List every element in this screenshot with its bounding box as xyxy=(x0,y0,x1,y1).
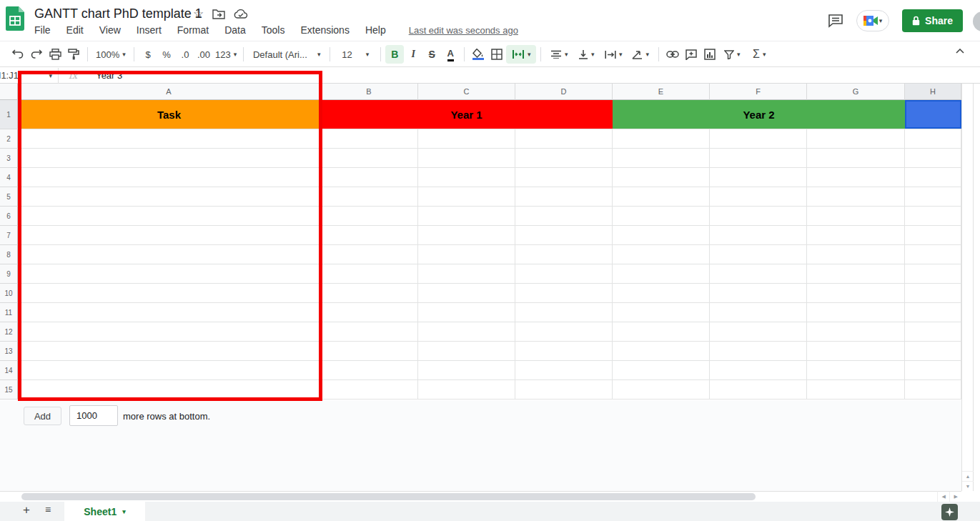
format-percent-button[interactable]: % xyxy=(157,45,176,64)
column-header-g[interactable]: G xyxy=(807,84,905,100)
explore-button[interactable] xyxy=(941,504,958,520)
grid-cell[interactable] xyxy=(515,264,613,284)
grid-cell[interactable] xyxy=(320,245,418,264)
bold-button[interactable]: B xyxy=(385,45,404,64)
grid-cell[interactable] xyxy=(613,322,710,342)
grid-cell[interactable] xyxy=(807,380,905,400)
grid-cell[interactable] xyxy=(613,226,710,245)
grid-cell[interactable] xyxy=(18,303,320,322)
grid-cell[interactable] xyxy=(18,361,320,380)
grid-cell[interactable] xyxy=(320,187,418,207)
grid-cell[interactable] xyxy=(710,226,807,245)
row-header-7[interactable]: 7 xyxy=(0,226,18,245)
meet-button[interactable]: ▾ xyxy=(856,10,889,31)
menu-tools[interactable]: Tools xyxy=(262,24,285,36)
grid-cell[interactable] xyxy=(613,380,710,400)
insert-chart-button[interactable] xyxy=(701,45,719,64)
grid-cell[interactable] xyxy=(710,207,807,226)
column-header-a[interactable]: A xyxy=(18,84,320,100)
grid-cell[interactable] xyxy=(807,245,905,264)
grid-cell[interactable] xyxy=(905,303,961,322)
grid-cell[interactable] xyxy=(613,264,710,284)
grid-cell[interactable] xyxy=(807,226,905,245)
grid-cell[interactable] xyxy=(807,149,905,168)
grid-cell[interactable] xyxy=(905,168,961,187)
fill-color-button[interactable] xyxy=(469,45,487,64)
grid-cell[interactable] xyxy=(515,207,613,226)
grid-cell[interactable] xyxy=(320,226,418,245)
menu-extensions[interactable]: Extensions xyxy=(300,24,349,36)
column-header-e[interactable]: E xyxy=(613,84,710,100)
grid-cell[interactable] xyxy=(613,129,710,149)
row-header-15[interactable]: 15 xyxy=(0,380,18,400)
grid-cell[interactable] xyxy=(515,342,613,361)
grid-cell[interactable] xyxy=(320,207,418,226)
grid-cell[interactable] xyxy=(515,226,613,245)
grid-cell[interactable] xyxy=(710,264,807,284)
menu-file[interactable]: File xyxy=(34,24,51,36)
grid-cell[interactable] xyxy=(418,168,515,187)
strikethrough-button[interactable]: S xyxy=(422,45,441,64)
grid-cell[interactable] xyxy=(613,361,710,380)
grid-cell[interactable] xyxy=(320,342,418,361)
grid-cell[interactable] xyxy=(807,264,905,284)
menu-data[interactable]: Data xyxy=(224,24,246,36)
grid-cell[interactable] xyxy=(18,129,320,149)
grid-cell[interactable] xyxy=(320,168,418,187)
grid-cell[interactable] xyxy=(613,149,710,168)
grid-cell[interactable] xyxy=(710,380,807,400)
grid-cell[interactable] xyxy=(18,264,320,284)
tab-sheet1[interactable]: Sheet1 ▾ xyxy=(64,502,145,521)
grid-cell[interactable] xyxy=(515,380,613,400)
grid-cell[interactable] xyxy=(905,226,961,245)
grid-cell[interactable] xyxy=(905,284,961,303)
grid-cell[interactable] xyxy=(515,361,613,380)
menu-help[interactable]: Help xyxy=(365,24,386,36)
grid-cell[interactable] xyxy=(807,361,905,380)
grid-cell[interactable] xyxy=(418,129,515,149)
grid-cell[interactable] xyxy=(320,361,418,380)
avatar[interactable] xyxy=(973,11,980,31)
increase-decimal-button[interactable]: .00 xyxy=(194,45,213,64)
text-rotation-button[interactable]: ▾ xyxy=(627,45,654,64)
text-color-button[interactable]: A xyxy=(441,45,460,64)
grid-cell[interactable] xyxy=(320,149,418,168)
grid-cell[interactable] xyxy=(320,129,418,149)
grid-cell[interactable] xyxy=(710,129,807,149)
grid-cell[interactable] xyxy=(710,303,807,322)
scroll-down-icon[interactable]: ▼ xyxy=(962,481,974,491)
grid-cell[interactable] xyxy=(18,168,320,187)
scroll-up-icon[interactable]: ▲ xyxy=(962,471,974,481)
grid-cell[interactable] xyxy=(418,264,515,284)
horizontal-scrollbar[interactable] xyxy=(0,491,961,502)
insert-comment-button[interactable] xyxy=(682,45,701,64)
comment-history-icon[interactable] xyxy=(828,14,843,28)
row-header-12[interactable]: 12 xyxy=(0,322,18,342)
column-header-f[interactable]: F xyxy=(710,84,807,100)
row-header-14[interactable]: 14 xyxy=(0,361,18,380)
grid-cell[interactable] xyxy=(905,322,961,342)
create-filter-button[interactable]: ▾ xyxy=(719,45,745,64)
grid-cell[interactable] xyxy=(807,207,905,226)
scroll-right-icon[interactable]: ▶ xyxy=(949,492,961,502)
grid-cell[interactable] xyxy=(515,149,613,168)
grid-cell[interactable] xyxy=(613,187,710,207)
grid-cell[interactable] xyxy=(418,322,515,342)
grid-cell[interactable] xyxy=(807,303,905,322)
grid-cell[interactable] xyxy=(18,149,320,168)
grid-cell[interactable] xyxy=(710,168,807,187)
column-header-b[interactable]: B xyxy=(320,84,418,100)
print-button[interactable] xyxy=(46,45,64,64)
grid-cell[interactable] xyxy=(320,303,418,322)
functions-button[interactable]: Σ▾ xyxy=(745,45,773,64)
grid-cell[interactable] xyxy=(807,342,905,361)
grid-cell[interactable] xyxy=(418,361,515,380)
undo-button[interactable] xyxy=(9,45,27,64)
vertical-scrollbar[interactable]: ▲ ▼ xyxy=(961,84,974,491)
grid-cell[interactable] xyxy=(613,168,710,187)
namebox-dropdown-icon[interactable]: ▾ xyxy=(49,72,52,79)
row-header-2[interactable]: 2 xyxy=(0,129,18,149)
grid-cell[interactable] xyxy=(807,168,905,187)
text-wrap-button[interactable]: ▾ xyxy=(600,45,627,64)
grid-cell[interactable] xyxy=(18,342,320,361)
